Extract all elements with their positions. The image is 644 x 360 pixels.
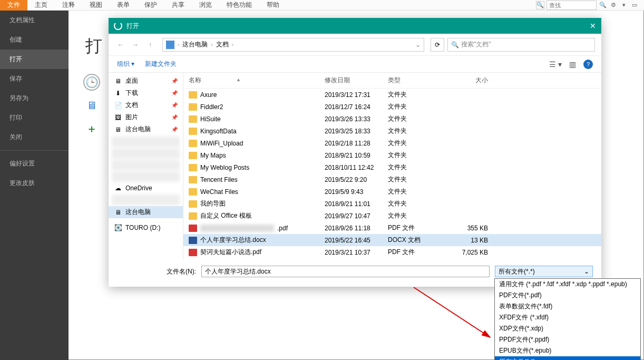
folder-icon [189,200,197,208]
filetype-option[interactable]: XDP文件(*.xdp) [495,323,640,334]
filename-input[interactable] [201,266,490,277]
crumb-folder[interactable]: 文档 [216,40,229,49]
file-name: MiWiFi_Upload [200,140,243,147]
file-type: 文件夹 [388,127,451,135]
file-date: 2019/3/25 18:33 [325,128,388,135]
view-preview-icon[interactable]: ▥ [569,60,576,69]
col-name[interactable]: 名称▲ [189,76,325,85]
file-name: Fiddler2 [200,103,223,111]
more-icon[interactable]: ▾ [620,1,628,9]
tree-item-documents[interactable]: 📄文档📌 [109,99,183,111]
dialog-titlebar[interactable]: 打开 ✕ [109,18,601,34]
file-type: 文件夹 [388,114,451,123]
dialog-search[interactable]: 🔍 搜索"文档" [447,38,595,52]
tab-form[interactable]: 表单 [110,0,137,11]
tab-help[interactable]: 帮助 [259,0,287,11]
file-date: 2019/5/22 9:20 [325,176,388,183]
sidebar-item-open[interactable]: 打开 [0,50,69,69]
nav-up-icon[interactable]: ↑ [144,39,156,51]
crumb-dropdown-icon[interactable]: ⌄ [415,41,421,48]
tree-item-downloads[interactable]: ⬇下载📌 [109,87,183,99]
newfolder-button[interactable]: 新建文件夹 [145,60,177,69]
file-row[interactable]: Fiddler22018/12/7 16:24文件夹 [183,101,601,113]
folder-icon [189,176,197,183]
tab-browse[interactable]: 浏览 [192,0,219,11]
tab-file[interactable]: 文件 [0,0,27,11]
filetype-option[interactable]: XFDF文件 (*.xfdf) [495,312,640,323]
file-row[interactable]: KingsoftData2019/3/25 18:33文件夹 [183,125,601,137]
file-type: PDF 文件 [388,223,451,232]
sidebar-item-properties[interactable]: 文档属性 [0,11,69,30]
file-row[interactable]: 我的导图2018/9/21 11:01文件夹 [183,198,601,210]
file-name-blurred [200,225,274,232]
tree-item-drive[interactable]: 💽TOURO (D:) [109,222,183,233]
col-date[interactable]: 修改日期 [325,76,388,85]
tree-item-thispc-sel[interactable]: 🖥这台电脑 [109,206,183,218]
nav-back-icon[interactable]: ← [115,39,126,51]
file-date: 2019/9/27 10:47 [325,212,388,220]
file-row[interactable]: 自定义 Office 模板2019/9/27 10:47文件夹 [183,210,601,222]
sidebar-item-saveas[interactable]: 另存为 [0,89,69,108]
tab-share[interactable]: 共享 [164,0,192,11]
col-type[interactable]: 类型 [388,76,451,85]
tab-home[interactable]: 主页 [27,0,55,11]
file-row[interactable]: My Maps2018/9/21 10:59文件夹 [183,149,601,161]
view-icon[interactable]: ▭ [630,1,639,9]
sidebar-item-create[interactable]: 创建 [0,30,69,50]
search-go-icon[interactable]: 🔍 [599,1,607,9]
folder-icon [189,103,197,111]
filetype-option[interactable]: 表单数据文件(*.fdf) [495,301,640,312]
tree-item-desktop[interactable]: 🖥桌面📌 [109,75,183,87]
filetype-option[interactable]: 所有文件(*.*) [495,356,640,360]
filetype-option[interactable]: PDF文件(*.pdf) [495,290,640,301]
close-icon[interactable]: ✕ [590,22,596,30]
breadcrumb[interactable]: › 这台电脑 › 文档 › ⌄ [162,38,424,52]
file-row[interactable]: .pdf2018/9/26 11:18PDF 文件355 KB [183,222,601,234]
search-tool-icon[interactable]: 🔍 [536,1,544,9]
filetype-dropdown: 通用文件 (*.pdf *.fdf *.xfdf *.xdp *.ppdf *.… [494,278,641,360]
sidebar-item-skin[interactable]: 更改皮肤 [0,173,69,193]
view-list-icon[interactable]: ☰ ▾ [549,60,562,69]
col-size[interactable]: 大小 [451,76,488,85]
tree-item-pictures[interactable]: 🖼图片📌 [109,111,183,123]
sidebar-item-save[interactable]: 保存 [0,69,69,89]
pdf-icon [189,249,197,256]
file-row[interactable]: Tencent Files2019/5/22 9:20文件夹 [183,173,601,186]
tab-protect[interactable]: 保护 [137,0,164,11]
tree-item-thispc[interactable]: 🖥这台电脑📌 [109,123,183,135]
sidebar-item-prefs[interactable]: 偏好设置 [0,154,69,173]
help-icon[interactable]: ? [583,60,593,69]
organize-button[interactable]: 组织 ▾ [117,60,134,69]
file-type: 文件夹 [388,90,451,99]
tree-item-onedrive[interactable]: ☁OneDrive [109,183,183,193]
file-row[interactable]: HiSuite2019/3/26 13:33文件夹 [183,113,601,125]
file-row[interactable]: WeChat Files2019/5/9 9:43文件夹 [183,186,601,198]
nav-forward-icon[interactable]: → [130,39,141,51]
pin-icon: 📌 [171,102,178,108]
file-name: WeChat Files [200,188,238,196]
pin-icon: 📌 [171,114,178,120]
sidebar-item-close[interactable]: 关闭 [0,128,69,147]
file-row[interactable]: 契诃夫短篇小说选.pdf2019/3/21 10:37PDF 文件7,025 K… [183,246,601,258]
file-row[interactable]: 个人年度学习总结.docx2019/5/22 16:45DOCX 文档13 KB [183,234,601,246]
filetype-select[interactable]: 所有文件(*.*) ⌄ [495,266,593,277]
file-type: 文件夹 [388,151,451,160]
tab-view[interactable]: 视图 [82,0,110,11]
file-name: My Maps [200,152,226,159]
gear-icon[interactable]: ⚙ [609,1,618,9]
file-row[interactable]: Axure2019/3/12 17:31文件夹 [183,89,601,101]
filetype-option[interactable]: EPUB文件(*.epub) [495,345,640,356]
filetype-option[interactable]: 通用文件 (*.pdf *.fdf *.xfdf *.xdp *.ppdf *.… [495,279,640,290]
top-search-input[interactable] [547,1,597,10]
sidebar-item-print[interactable]: 打印 [0,108,69,128]
refresh-icon[interactable]: ⟳ [431,38,444,52]
tab-feature[interactable]: 特色功能 [219,0,259,11]
file-row[interactable]: My Weblog Posts2018/10/11 12:42文件夹 [183,161,601,173]
file-size: 355 KB [451,225,488,232]
tab-annotate[interactable]: 注释 [55,0,82,11]
filetype-option[interactable]: PPDF文件(*.ppdf) [495,334,640,345]
open-dialog: 打开 ✕ ← → ↑ › 这台电脑 › 文档 › ⌄ ⟳ 🔍 搜索"文档" 组织… [109,18,601,287]
crumb-pc[interactable]: 这台电脑 [182,40,208,49]
file-row[interactable]: MiWiFi_Upload2019/2/18 11:28文件夹 [183,137,601,149]
pin-icon: 📌 [171,127,178,132]
